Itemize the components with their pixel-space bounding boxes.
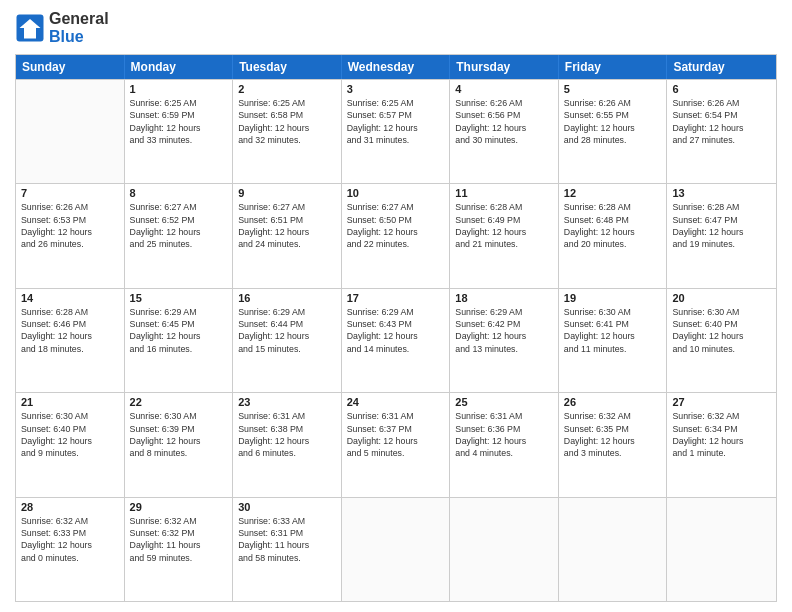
calendar-cell: 4Sunrise: 6:26 AM Sunset: 6:56 PM Daylig… [450, 80, 559, 183]
calendar-cell: 20Sunrise: 6:30 AM Sunset: 6:40 PM Dayli… [667, 289, 776, 392]
calendar-row-2: 7Sunrise: 6:26 AM Sunset: 6:53 PM Daylig… [16, 183, 776, 287]
calendar-row-1: 1Sunrise: 6:25 AM Sunset: 6:59 PM Daylig… [16, 79, 776, 183]
calendar-cell: 30Sunrise: 6:33 AM Sunset: 6:31 PM Dayli… [233, 498, 342, 601]
calendar-cell: 27Sunrise: 6:32 AM Sunset: 6:34 PM Dayli… [667, 393, 776, 496]
calendar-cell: 29Sunrise: 6:32 AM Sunset: 6:32 PM Dayli… [125, 498, 234, 601]
cell-info: Sunrise: 6:31 AM Sunset: 6:36 PM Dayligh… [455, 410, 553, 459]
cell-info: Sunrise: 6:26 AM Sunset: 6:55 PM Dayligh… [564, 97, 662, 146]
calendar-cell: 6Sunrise: 6:26 AM Sunset: 6:54 PM Daylig… [667, 80, 776, 183]
calendar-cell: 22Sunrise: 6:30 AM Sunset: 6:39 PM Dayli… [125, 393, 234, 496]
day-number: 28 [21, 501, 119, 513]
calendar-cell: 13Sunrise: 6:28 AM Sunset: 6:47 PM Dayli… [667, 184, 776, 287]
day-number: 21 [21, 396, 119, 408]
calendar-cell: 28Sunrise: 6:32 AM Sunset: 6:33 PM Dayli… [16, 498, 125, 601]
day-number: 11 [455, 187, 553, 199]
cell-info: Sunrise: 6:25 AM Sunset: 6:58 PM Dayligh… [238, 97, 336, 146]
calendar-cell [16, 80, 125, 183]
cell-info: Sunrise: 6:27 AM Sunset: 6:50 PM Dayligh… [347, 201, 445, 250]
day-number: 20 [672, 292, 771, 304]
cell-info: Sunrise: 6:29 AM Sunset: 6:43 PM Dayligh… [347, 306, 445, 355]
calendar-cell: 1Sunrise: 6:25 AM Sunset: 6:59 PM Daylig… [125, 80, 234, 183]
cell-info: Sunrise: 6:26 AM Sunset: 6:56 PM Dayligh… [455, 97, 553, 146]
calendar-cell [450, 498, 559, 601]
calendar-row-4: 21Sunrise: 6:30 AM Sunset: 6:40 PM Dayli… [16, 392, 776, 496]
weekday-header-thursday: Thursday [450, 55, 559, 79]
calendar-cell: 18Sunrise: 6:29 AM Sunset: 6:42 PM Dayli… [450, 289, 559, 392]
calendar-cell: 8Sunrise: 6:27 AM Sunset: 6:52 PM Daylig… [125, 184, 234, 287]
calendar-cell: 25Sunrise: 6:31 AM Sunset: 6:36 PM Dayli… [450, 393, 559, 496]
calendar-cell: 3Sunrise: 6:25 AM Sunset: 6:57 PM Daylig… [342, 80, 451, 183]
logo-text: General Blue [49, 10, 109, 46]
calendar-cell: 2Sunrise: 6:25 AM Sunset: 6:58 PM Daylig… [233, 80, 342, 183]
cell-info: Sunrise: 6:30 AM Sunset: 6:41 PM Dayligh… [564, 306, 662, 355]
weekday-header-sunday: Sunday [16, 55, 125, 79]
cell-info: Sunrise: 6:25 AM Sunset: 6:57 PM Dayligh… [347, 97, 445, 146]
cell-info: Sunrise: 6:28 AM Sunset: 6:48 PM Dayligh… [564, 201, 662, 250]
cell-info: Sunrise: 6:31 AM Sunset: 6:38 PM Dayligh… [238, 410, 336, 459]
cell-info: Sunrise: 6:26 AM Sunset: 6:54 PM Dayligh… [672, 97, 771, 146]
cell-info: Sunrise: 6:28 AM Sunset: 6:47 PM Dayligh… [672, 201, 771, 250]
calendar: SundayMondayTuesdayWednesdayThursdayFrid… [15, 54, 777, 602]
day-number: 19 [564, 292, 662, 304]
day-number: 22 [130, 396, 228, 408]
day-number: 5 [564, 83, 662, 95]
weekday-header-friday: Friday [559, 55, 668, 79]
cell-info: Sunrise: 6:29 AM Sunset: 6:42 PM Dayligh… [455, 306, 553, 355]
cell-info: Sunrise: 6:26 AM Sunset: 6:53 PM Dayligh… [21, 201, 119, 250]
weekday-header-tuesday: Tuesday [233, 55, 342, 79]
calendar-cell: 17Sunrise: 6:29 AM Sunset: 6:43 PM Dayli… [342, 289, 451, 392]
day-number: 3 [347, 83, 445, 95]
calendar-cell: 15Sunrise: 6:29 AM Sunset: 6:45 PM Dayli… [125, 289, 234, 392]
weekday-header-monday: Monday [125, 55, 234, 79]
cell-info: Sunrise: 6:25 AM Sunset: 6:59 PM Dayligh… [130, 97, 228, 146]
cell-info: Sunrise: 6:28 AM Sunset: 6:46 PM Dayligh… [21, 306, 119, 355]
day-number: 29 [130, 501, 228, 513]
calendar-cell: 21Sunrise: 6:30 AM Sunset: 6:40 PM Dayli… [16, 393, 125, 496]
weekday-header-wednesday: Wednesday [342, 55, 451, 79]
day-number: 14 [21, 292, 119, 304]
day-number: 7 [21, 187, 119, 199]
cell-info: Sunrise: 6:33 AM Sunset: 6:31 PM Dayligh… [238, 515, 336, 564]
calendar-cell [559, 498, 668, 601]
calendar-cell: 9Sunrise: 6:27 AM Sunset: 6:51 PM Daylig… [233, 184, 342, 287]
cell-info: Sunrise: 6:32 AM Sunset: 6:33 PM Dayligh… [21, 515, 119, 564]
calendar-cell: 23Sunrise: 6:31 AM Sunset: 6:38 PM Dayli… [233, 393, 342, 496]
calendar-cell: 5Sunrise: 6:26 AM Sunset: 6:55 PM Daylig… [559, 80, 668, 183]
cell-info: Sunrise: 6:29 AM Sunset: 6:44 PM Dayligh… [238, 306, 336, 355]
day-number: 4 [455, 83, 553, 95]
cell-info: Sunrise: 6:32 AM Sunset: 6:32 PM Dayligh… [130, 515, 228, 564]
calendar-cell [342, 498, 451, 601]
cell-info: Sunrise: 6:32 AM Sunset: 6:34 PM Dayligh… [672, 410, 771, 459]
day-number: 10 [347, 187, 445, 199]
cell-info: Sunrise: 6:27 AM Sunset: 6:51 PM Dayligh… [238, 201, 336, 250]
cell-info: Sunrise: 6:30 AM Sunset: 6:39 PM Dayligh… [130, 410, 228, 459]
day-number: 23 [238, 396, 336, 408]
day-number: 6 [672, 83, 771, 95]
cell-info: Sunrise: 6:30 AM Sunset: 6:40 PM Dayligh… [21, 410, 119, 459]
calendar-cell: 16Sunrise: 6:29 AM Sunset: 6:44 PM Dayli… [233, 289, 342, 392]
day-number: 17 [347, 292, 445, 304]
page: General Blue SundayMondayTuesdayWednesda… [0, 0, 792, 612]
cell-info: Sunrise: 6:30 AM Sunset: 6:40 PM Dayligh… [672, 306, 771, 355]
header: General Blue [15, 10, 777, 46]
calendar-cell: 26Sunrise: 6:32 AM Sunset: 6:35 PM Dayli… [559, 393, 668, 496]
cell-info: Sunrise: 6:31 AM Sunset: 6:37 PM Dayligh… [347, 410, 445, 459]
logo: General Blue [15, 10, 109, 46]
day-number: 25 [455, 396, 553, 408]
day-number: 16 [238, 292, 336, 304]
calendar-body: 1Sunrise: 6:25 AM Sunset: 6:59 PM Daylig… [16, 79, 776, 601]
calendar-row-5: 28Sunrise: 6:32 AM Sunset: 6:33 PM Dayli… [16, 497, 776, 601]
calendar-cell: 19Sunrise: 6:30 AM Sunset: 6:41 PM Dayli… [559, 289, 668, 392]
day-number: 8 [130, 187, 228, 199]
calendar-header: SundayMondayTuesdayWednesdayThursdayFrid… [16, 55, 776, 79]
calendar-cell: 7Sunrise: 6:26 AM Sunset: 6:53 PM Daylig… [16, 184, 125, 287]
day-number: 12 [564, 187, 662, 199]
calendar-cell [667, 498, 776, 601]
day-number: 2 [238, 83, 336, 95]
day-number: 30 [238, 501, 336, 513]
calendar-cell: 14Sunrise: 6:28 AM Sunset: 6:46 PM Dayli… [16, 289, 125, 392]
weekday-header-saturday: Saturday [667, 55, 776, 79]
calendar-cell: 12Sunrise: 6:28 AM Sunset: 6:48 PM Dayli… [559, 184, 668, 287]
calendar-row-3: 14Sunrise: 6:28 AM Sunset: 6:46 PM Dayli… [16, 288, 776, 392]
calendar-cell: 11Sunrise: 6:28 AM Sunset: 6:49 PM Dayli… [450, 184, 559, 287]
